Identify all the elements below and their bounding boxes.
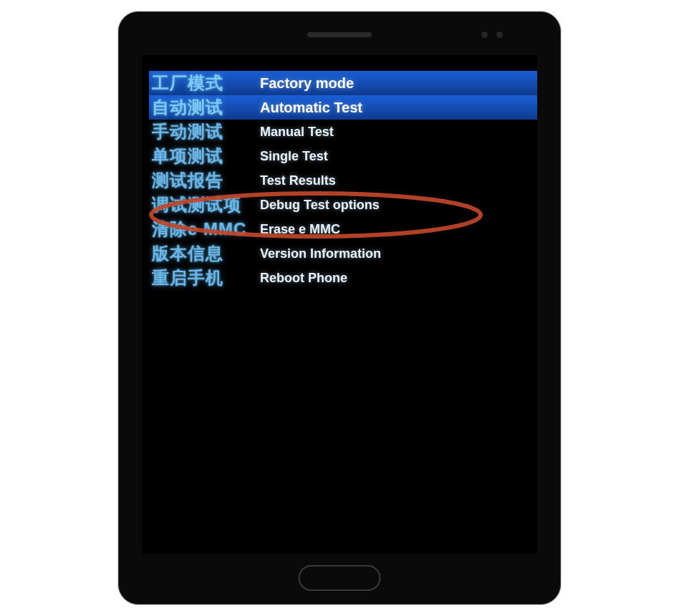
menu-chinese-label: 工厂模式 <box>149 72 260 95</box>
menu-chinese-label: 清除e MMC <box>149 218 260 241</box>
device-screen: 工厂模式 Factory mode 自动测试 Automatic Test 手动… <box>142 55 537 554</box>
menu-chinese-label: 手动测试 <box>149 120 260 143</box>
sensor-cluster <box>481 32 503 38</box>
menu-english-label: Version Information <box>260 246 381 261</box>
menu-item-factory-mode[interactable]: 工厂模式 Factory mode <box>149 71 537 95</box>
menu-english-label: Factory mode <box>260 75 354 92</box>
speaker-grille <box>307 32 372 37</box>
home-button[interactable] <box>299 565 381 591</box>
menu-item-automatic-test[interactable]: 自动测试 Automatic Test <box>149 95 537 120</box>
menu-english-label: Reboot Phone <box>260 271 347 286</box>
menu-item-version-information[interactable]: 版本信息 Version Information <box>149 241 537 266</box>
sensor-dot <box>496 32 503 38</box>
menu-english-label: Erase e MMC <box>260 222 340 237</box>
menu-item-erase-emmc[interactable]: 清除e MMC Erase e MMC <box>149 217 537 241</box>
menu-english-label: Test Results <box>260 173 336 188</box>
menu-chinese-label: 版本信息 <box>149 242 260 265</box>
menu-item-manual-test[interactable]: 手动测试 Manual Test <box>149 120 537 144</box>
menu-english-label: Debug Test options <box>260 198 380 213</box>
menu-chinese-label: 重启手机 <box>149 266 260 289</box>
menu-english-label: Automatic Test <box>260 100 362 116</box>
tablet-device-frame: 工厂模式 Factory mode 自动测试 Automatic Test 手动… <box>118 11 561 605</box>
menu-item-debug-test-options[interactable]: 调试测试项 Debug Test options <box>149 193 537 217</box>
factory-mode-menu: 工厂模式 Factory mode 自动测试 Automatic Test 手动… <box>142 55 537 290</box>
menu-item-reboot-phone[interactable]: 重启手机 Reboot Phone <box>149 266 537 290</box>
sensor-dot <box>481 32 488 38</box>
menu-chinese-label: 自动测试 <box>149 96 260 119</box>
menu-english-label: Single Test <box>260 149 328 164</box>
menu-chinese-label: 单项测试 <box>149 145 260 168</box>
menu-chinese-label: 测试报告 <box>149 169 260 192</box>
menu-chinese-label: 调试测试项 <box>149 193 260 216</box>
menu-item-test-results[interactable]: 测试报告 Test Results <box>149 168 537 193</box>
menu-item-single-test[interactable]: 单项测试 Single Test <box>149 144 537 168</box>
menu-english-label: Manual Test <box>260 125 334 140</box>
